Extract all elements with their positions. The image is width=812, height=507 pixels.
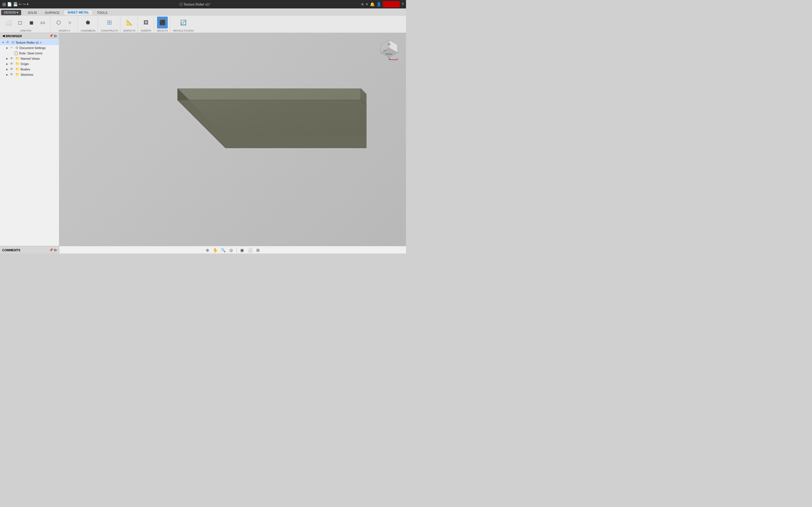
- display-mode-3-button[interactable]: ⊞: [255, 247, 261, 253]
- toolbar-group-construct: ⊞ CONSTRUCT ▾: [99, 16, 121, 32]
- close-tab-button[interactable]: ✕: [361, 2, 364, 6]
- account-button[interactable]: 👤: [376, 2, 381, 6]
- root-label: Texture Roller v1: [15, 41, 39, 44]
- app-menu-icon[interactable]: ⊞: [2, 2, 6, 7]
- save-button[interactable]: 💾: [13, 2, 18, 6]
- construct-button[interactable]: ⊞: [104, 17, 115, 29]
- select-label: SELECT ▾: [157, 29, 168, 32]
- origin-folder-icon: 📁: [15, 62, 20, 66]
- assemble-label: ASSEMBLE ▾: [81, 29, 96, 32]
- named-views-eye-icon[interactable]: 👁: [10, 56, 13, 61]
- zoom-fit-icon: ◎: [230, 248, 233, 252]
- rule-icon: 📋: [14, 51, 18, 55]
- notification-button[interactable]: 🔔: [370, 2, 375, 6]
- tree-item-doc-settings[interactable]: ▶ 👁 ⚙ Document Settings: [0, 45, 59, 50]
- modify-more-icon: ○: [68, 20, 71, 25]
- comments-expand-icon[interactable]: ▷: [54, 248, 57, 252]
- construct-icon: ⊞: [107, 19, 112, 25]
- record-button[interactable]: [383, 1, 400, 7]
- doc-settings-label: Document Settings: [19, 46, 46, 50]
- root-expand-icon[interactable]: ▼: [1, 41, 5, 44]
- insert-buttons: 🖼: [141, 16, 151, 29]
- refold-button[interactable]: 🔃: [178, 17, 189, 29]
- construct-label: CONSTRUCT ▾: [101, 29, 118, 32]
- bodies-label: Bodies: [20, 68, 30, 71]
- svg-text:X: X: [397, 58, 398, 60]
- toolbar-group-insert: 🖼 INSERT ▾: [139, 16, 154, 32]
- zoom-fit-button[interactable]: ◎: [228, 247, 235, 253]
- doc-settings-expand-icon[interactable]: ▶: [5, 47, 9, 49]
- undo-button[interactable]: ↩: [19, 2, 22, 6]
- display-mode-2-button[interactable]: ⬜: [247, 247, 253, 253]
- tree-item-origin[interactable]: ▶ 👁 📁 Origin: [0, 61, 59, 66]
- display-mode-1-button[interactable]: ▣: [239, 247, 246, 253]
- display-mode-3-icon: ⊞: [256, 248, 260, 252]
- browser-header-right: 📌 ▷: [49, 34, 57, 38]
- create-flange-button[interactable]: ⬜: [3, 17, 14, 29]
- svg-marker-6: [177, 89, 366, 136]
- new-tab-button[interactable]: +: [366, 2, 368, 7]
- create-extrude-button[interactable]: ◻: [15, 17, 26, 29]
- root-eye-icon[interactable]: 👁: [6, 40, 10, 45]
- inspect-dropdown-icon: ▾: [134, 30, 135, 32]
- tab-tools[interactable]: TOOLS: [93, 10, 111, 15]
- bodies-eye-icon[interactable]: 👁: [10, 67, 13, 71]
- origin-expand-icon[interactable]: ▶: [5, 62, 9, 65]
- assemble-buttons: ⬟: [83, 16, 93, 29]
- insert-dropdown-icon: ▾: [150, 30, 151, 32]
- tab-solid[interactable]: SOLID: [24, 10, 41, 15]
- bodies-expand-icon[interactable]: ▶: [5, 68, 9, 71]
- tab-sheet-metal[interactable]: SHEET METAL: [64, 10, 93, 15]
- inspect-label: INSPECT ▾: [123, 29, 135, 32]
- assemble-dropdown-icon: ▾: [94, 30, 96, 32]
- pan-icon: ✋: [213, 248, 218, 252]
- insert-button[interactable]: 🖼: [141, 17, 151, 29]
- doc-settings-eye-icon[interactable]: 👁: [10, 46, 13, 50]
- modify-more-button[interactable]: ○: [64, 17, 75, 29]
- assemble-button[interactable]: ⬟: [83, 17, 93, 29]
- create-dropdown-icon: ▾: [30, 30, 31, 32]
- create-bend-button[interactable]: ◼: [26, 17, 37, 29]
- tree-item-rule[interactable]: 📋 Rule: Steel (mm): [0, 50, 59, 56]
- tree-item-sketches[interactable]: ▶ 👁 📁 Sketches: [0, 72, 59, 77]
- browser-expand-icon[interactable]: ▷: [54, 34, 57, 38]
- sketches-expand-icon[interactable]: ▶: [5, 73, 9, 76]
- toolbar-group-inspect: 📐 INSPECT ▾: [121, 16, 138, 32]
- select-button[interactable]: ⬛: [157, 17, 168, 29]
- tab-surface[interactable]: SURFACE: [41, 10, 63, 15]
- view-cube[interactable]: Top Left FRONT Z X: [378, 39, 400, 61]
- modify-buttons: ⬡ ○: [53, 16, 75, 29]
- svg-text:FRONT: FRONT: [386, 53, 393, 55]
- inspect-button[interactable]: 📐: [124, 17, 135, 29]
- zoom-button[interactable]: 🔍: [220, 247, 227, 253]
- fit-view-button[interactable]: ⊕: [204, 247, 211, 253]
- origin-eye-icon[interactable]: 👁: [10, 62, 13, 66]
- browser-collapse-icon[interactable]: ◀: [2, 34, 4, 38]
- design-button[interactable]: DESIGN ▾: [1, 10, 21, 15]
- refold-label: REFOLD FACES ▾: [173, 29, 194, 32]
- toolbar-tabs: DESIGN ▾ SOLID SURFACE SHEET METAL TOOLS: [0, 8, 406, 16]
- comments-pin-icon[interactable]: 📌: [49, 248, 53, 252]
- create-buttons: ⬜ ◻ ◼ ▭: [3, 16, 48, 29]
- toolbar-group-create: ⬜ ◻ ◼ ▭ CREATE ▾: [1, 16, 50, 32]
- inspect-icon: 📐: [126, 20, 133, 25]
- create-more-button[interactable]: ▭: [37, 17, 48, 29]
- file-icon[interactable]: 📄: [7, 2, 12, 6]
- modify-unfold-button[interactable]: ⬡: [53, 17, 64, 29]
- tree-item-bodies[interactable]: ▶ 👁 📁 Bodies: [0, 66, 59, 72]
- tree-item-root[interactable]: ▼ 👁 ⚙ Texture Roller v1 ●: [0, 40, 59, 45]
- help-button[interactable]: ?: [402, 2, 404, 6]
- select-icon: ⬛: [159, 20, 165, 25]
- sketches-eye-icon[interactable]: 👁: [10, 72, 13, 76]
- named-views-expand-icon[interactable]: ▶: [5, 57, 9, 60]
- sketches-label: Sketches: [20, 73, 33, 76]
- window-title: ⬡ Texture Roller v1*: [29, 2, 361, 6]
- tree-item-named-views[interactable]: ▶ 👁 📁 Named Views: [0, 56, 59, 61]
- pan-button[interactable]: ✋: [212, 247, 219, 253]
- redo-button[interactable]: ↪: [23, 2, 26, 6]
- named-views-folder-icon: 📁: [15, 56, 20, 61]
- browser-title: BROWSER: [6, 34, 22, 38]
- viewport[interactable]: Top Left FRONT Z X: [59, 33, 406, 246]
- browser-pin-icon[interactable]: 📌: [49, 34, 53, 38]
- toolbar-group-assemble: ⬟ ASSEMBLE ▾: [79, 16, 98, 32]
